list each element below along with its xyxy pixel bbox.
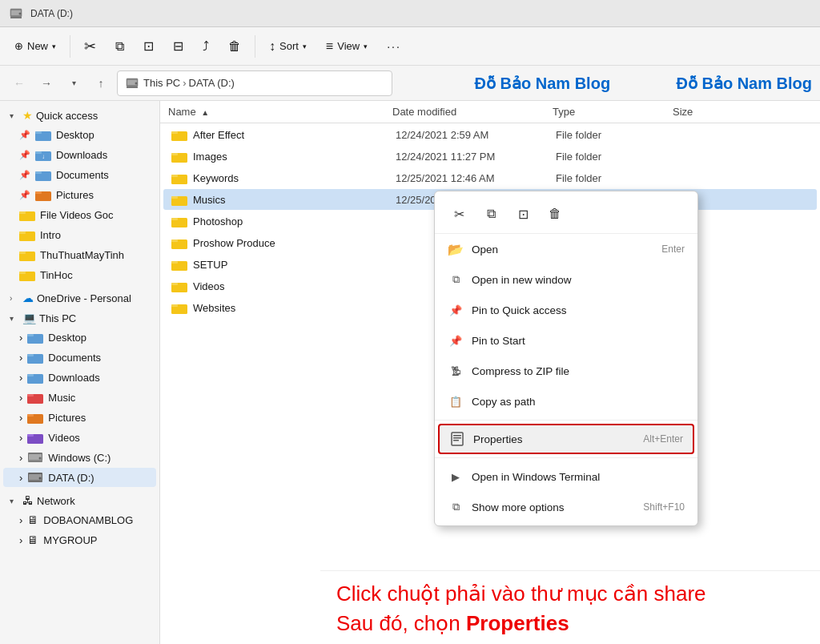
svg-rect-44 bbox=[28, 480, 42, 481]
ctx-pin-start[interactable]: 📌 Pin to Start bbox=[435, 325, 697, 356]
cut-icon: ✂ bbox=[84, 38, 96, 55]
sidebar-item-label: DOBAONAMBLOG bbox=[43, 514, 133, 526]
sidebar-item-videos-pc[interactable]: › Videos bbox=[3, 428, 156, 447]
ctx-open-new-window[interactable]: ⧉ Open in new window bbox=[435, 264, 697, 295]
sidebar-item-pictures-pc[interactable]: › Pictures bbox=[3, 408, 156, 427]
sidebar-item-label: File Videos Goc bbox=[40, 209, 114, 221]
svg-rect-46 bbox=[171, 131, 178, 134]
svg-text:↓: ↓ bbox=[42, 153, 45, 160]
ctx-paste-button[interactable]: ⊡ bbox=[510, 201, 536, 227]
file-name: Websites bbox=[193, 302, 235, 314]
sidebar-item-thuthuatmaytinh[interactable]: ThuThuatMayTinh bbox=[3, 245, 156, 264]
sidebar-item-label: Windows (C:) bbox=[48, 452, 111, 464]
view-button[interactable]: ≡ View ▾ bbox=[318, 34, 376, 58]
pictures-pc-icon bbox=[27, 411, 43, 424]
ctx-compress-zip[interactable]: 🗜 Compress to ZIP file bbox=[435, 356, 697, 386]
pin-icon-doc: 📌 bbox=[19, 170, 30, 180]
view-dropdown-icon: ▾ bbox=[364, 42, 368, 50]
svg-rect-3 bbox=[10, 17, 22, 18]
delete-button[interactable]: 🗑 bbox=[220, 34, 249, 58]
new-label: New bbox=[27, 40, 48, 52]
paste-button[interactable]: ⊡ bbox=[135, 34, 162, 58]
toolbar-sep-1 bbox=[70, 35, 70, 58]
sidebar-item-dobaonamblog[interactable]: › 🖥 DOBAONAMBLOG bbox=[3, 510, 156, 529]
file-name: Images bbox=[193, 151, 227, 163]
ctx-properties[interactable]: Properties Alt+Enter bbox=[438, 424, 694, 454]
instruction-line2: Sau đó, chọn Properties bbox=[336, 609, 804, 638]
up-button[interactable]: ↑ bbox=[90, 72, 112, 95]
instruction-text: Click chuột phải vào thư mục cần share S… bbox=[320, 570, 820, 644]
sidebar-item-documents-qa[interactable]: 📌 Documents bbox=[3, 165, 156, 184]
path-part-data: DATA (D:) bbox=[189, 77, 235, 89]
sidebar-item-tinhoc[interactable]: TinHoc bbox=[3, 265, 156, 284]
pin-icon-dl: 📌 bbox=[19, 150, 30, 160]
file-name: SETUP bbox=[193, 259, 227, 271]
quick-access-star-icon: ★ bbox=[22, 109, 33, 122]
sidebar-item-mygroup[interactable]: › 🖥 MYGROUP bbox=[3, 530, 156, 549]
back-button[interactable]: ← bbox=[8, 72, 30, 95]
address-path[interactable]: This PC › DATA (D:) bbox=[117, 70, 392, 96]
downloads-pc-icon bbox=[27, 371, 43, 384]
svg-point-2 bbox=[19, 12, 22, 14]
svg-rect-18 bbox=[19, 211, 26, 214]
col-header-size[interactable]: Size bbox=[673, 106, 753, 118]
svg-rect-20 bbox=[19, 231, 26, 234]
ctx-properties-icon bbox=[449, 431, 465, 447]
ctx-show-more[interactable]: ⧉ Show more options Shift+F10 bbox=[435, 492, 697, 522]
sort-button[interactable]: ↕ Sort ▾ bbox=[261, 34, 315, 58]
context-menu-toolbar: ✂ ⧉ ⊡ 🗑 bbox=[435, 195, 697, 234]
content-area: Name ▲ Date modified Type Size After Eff… bbox=[160, 101, 820, 644]
sidebar-item-filevideogoc[interactable]: File Videos Goc bbox=[3, 205, 156, 224]
sidebar-thispc-header[interactable]: ▾ 💻 This PC bbox=[3, 308, 156, 327]
ctx-open-terminal[interactable]: ▶ Open in Windows Terminal bbox=[435, 461, 697, 492]
copy-button[interactable]: ⧉ bbox=[107, 34, 132, 58]
table-row[interactable]: Keywords 12/25/2021 12:46 AM File folder bbox=[163, 167, 817, 188]
thispc-arrow: ▾ bbox=[10, 314, 19, 323]
sidebar-item-intro[interactable]: Intro bbox=[3, 225, 156, 244]
sidebar-item-desktop-qa[interactable]: 📌 Desktop bbox=[3, 125, 156, 144]
sidebar-item-pictures-qa[interactable]: 📌 Pictures bbox=[3, 185, 156, 204]
ctx-pin-quick-access[interactable]: 📌 Pin to Quick access bbox=[435, 295, 697, 325]
table-row[interactable]: Images 12/24/2021 11:27 PM File folder bbox=[163, 146, 817, 167]
col-header-date[interactable]: Date modified bbox=[392, 106, 553, 118]
sidebar-item-music-pc[interactable]: › Music bbox=[3, 388, 156, 407]
sidebar-item-windows-c[interactable]: › Windows (C:) bbox=[3, 448, 156, 467]
ctx-pin-start-label: Pin to Start bbox=[472, 335, 525, 347]
sidebar-item-downloads-qa[interactable]: 📌 ↓ Downloads bbox=[3, 145, 156, 164]
sidebar-item-data-d[interactable]: › DATA (D:) bbox=[3, 468, 156, 487]
ctx-open[interactable]: 📂 Open Enter bbox=[435, 234, 697, 264]
new-button[interactable]: ⊕ New ▾ bbox=[6, 35, 64, 57]
ctx-cut-button[interactable]: ✂ bbox=[446, 201, 472, 227]
table-row[interactable]: After Effect 12/24/2021 2:59 AM File fol… bbox=[163, 124, 817, 145]
sidebar-item-downloads-pc[interactable]: › Downloads bbox=[3, 368, 156, 387]
ctx-zip-icon: 🗜 bbox=[448, 363, 464, 379]
documents-pc-icon bbox=[27, 351, 43, 364]
view-label: View bbox=[337, 40, 360, 52]
rename-button[interactable]: ⊟ bbox=[165, 34, 191, 58]
recent-button[interactable]: ▾ bbox=[62, 72, 85, 95]
ctx-zip-label: Compress to ZIP file bbox=[472, 365, 569, 377]
svg-rect-9 bbox=[35, 131, 42, 134]
ctx-copy-path[interactable]: 📋 Copy as path bbox=[435, 386, 697, 417]
cut-button[interactable]: ✂ bbox=[76, 33, 104, 60]
path-part-thispc: This PC bbox=[143, 77, 180, 89]
ctx-copypath-label: Copy as path bbox=[472, 396, 536, 408]
sidebar-item-desktop-pc[interactable]: › Desktop bbox=[3, 328, 156, 347]
sidebar-item-label: Pictures bbox=[56, 189, 94, 201]
network-arrow: ▾ bbox=[10, 497, 19, 505]
ctx-delete-button[interactable]: 🗑 bbox=[542, 201, 568, 227]
sidebar-item-label: Intro bbox=[40, 229, 61, 241]
sidebar-network-header[interactable]: ▾ 🖧 Network bbox=[3, 490, 156, 509]
svg-rect-58 bbox=[171, 261, 178, 264]
col-header-name[interactable]: Name ▲ bbox=[168, 106, 392, 118]
ctx-copy-button[interactable]: ⧉ bbox=[478, 201, 504, 227]
col-header-type[interactable]: Type bbox=[553, 106, 673, 118]
share-button[interactable]: ⤴ bbox=[195, 34, 217, 58]
forward-button[interactable]: → bbox=[35, 72, 58, 95]
more-button[interactable]: ··· bbox=[379, 35, 409, 58]
sidebar-item-documents-pc[interactable]: › Documents bbox=[3, 348, 156, 367]
ctx-divider-1 bbox=[435, 420, 697, 421]
paste-icon: ⊡ bbox=[143, 38, 154, 54]
sidebar-onedrive-header[interactable]: › ☁ OneDrive - Personal bbox=[3, 288, 156, 307]
sidebar-quick-access-header[interactable]: ▾ ★ Quick access bbox=[3, 105, 156, 124]
